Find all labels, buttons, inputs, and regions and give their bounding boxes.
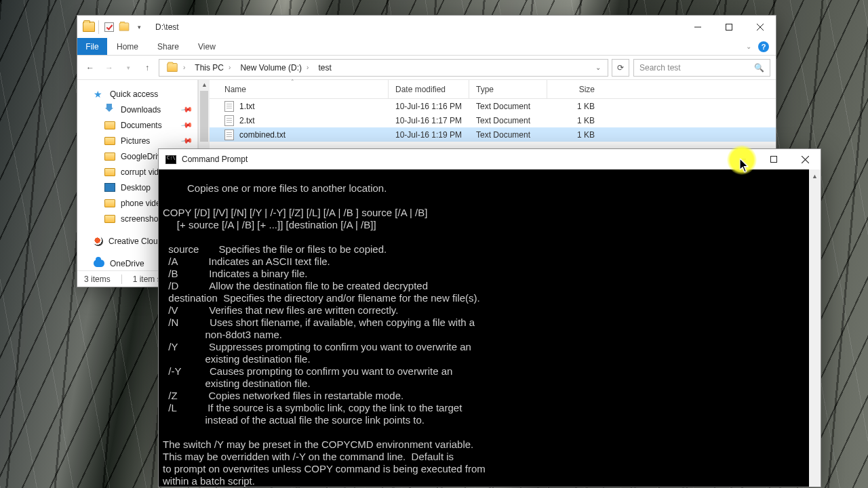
nav-label: Pictures <box>121 136 150 146</box>
cmd-titlebar[interactable]: Command Prompt <box>159 149 821 169</box>
folder-icon <box>104 152 115 161</box>
explorer-titlebar[interactable]: D:\test <box>77 16 776 38</box>
close-button[interactable] <box>745 16 776 38</box>
folder-icon <box>104 121 115 129</box>
minimize-button[interactable] <box>682 16 713 38</box>
file-name: combined.txt <box>239 130 285 140</box>
file-row[interactable]: 2.txt10-Jul-16 1:17 PMText Document1 KB <box>210 113 776 127</box>
help-icon[interactable]: ? <box>758 41 769 52</box>
folder-icon <box>104 215 115 223</box>
pin-icon: 📌 <box>180 134 193 147</box>
file-row[interactable]: combined.txt10-Jul-16 1:19 PMText Docume… <box>210 127 776 142</box>
creative-cloud-icon <box>94 237 103 246</box>
star-icon <box>94 89 104 98</box>
nav-forward-button[interactable]: → <box>102 60 117 75</box>
nav-label: OneDrive <box>110 259 144 268</box>
ribbon-tab-share[interactable]: Share <box>148 38 189 55</box>
text-file-icon <box>224 129 234 140</box>
nav-label: Quick access <box>110 89 158 99</box>
onedrive-icon <box>94 260 104 267</box>
file-date: 10-Jul-16 1:17 PM <box>389 116 469 125</box>
ribbon-expand-icon[interactable]: ⌄ <box>746 43 751 50</box>
svg-rect-1 <box>726 24 732 30</box>
sidebar-item[interactable]: Downloads📌 <box>77 102 197 117</box>
separator <box>98 20 99 34</box>
search-icon: 🔍 <box>754 63 764 73</box>
ribbon-tab-view[interactable]: View <box>189 38 225 55</box>
breadcrumb-folder[interactable]: test <box>314 60 335 76</box>
ribbon-file-tab[interactable]: File <box>77 38 107 55</box>
ribbon-tab-home[interactable]: Home <box>107 38 148 55</box>
refresh-button[interactable]: ⟳ <box>612 59 629 77</box>
qat-customize-button[interactable] <box>132 20 146 34</box>
file-size: 1 KB <box>547 102 601 111</box>
text-file-icon <box>224 101 234 112</box>
folder-icon <box>104 168 115 176</box>
file-size: 1 KB <box>547 130 601 140</box>
address-history-icon[interactable]: ⌄ <box>591 64 605 71</box>
file-type: Text Document <box>469 130 547 140</box>
file-row[interactable]: 1.txt10-Jul-16 1:16 PMText Document1 KB <box>210 99 776 113</box>
file-date: 10-Jul-16 1:16 PM <box>389 102 469 111</box>
svg-rect-5 <box>771 157 777 163</box>
file-size: 1 KB <box>547 116 601 125</box>
sort-ascending-icon: ˄ <box>291 79 294 85</box>
text-file-icon <box>224 115 234 126</box>
breadcrumb-volume[interactable]: New Volume (D:)› <box>236 60 314 76</box>
cmd-output: Copies one or more files to another loca… <box>163 182 486 487</box>
column-type[interactable]: Type <box>469 80 547 98</box>
cmd-title: Command Prompt <box>182 155 248 164</box>
folder-icon <box>104 137 115 145</box>
maximize-button[interactable] <box>713 16 745 38</box>
file-type: Text Document <box>469 116 547 125</box>
nav-label: Documents <box>121 121 162 130</box>
address-bar[interactable]: › This PC› New Volume (D:)› test ⌄ <box>159 59 608 77</box>
address-row: ← → ▾ ↑ › This PC› New Volume (D:)› test… <box>77 56 776 79</box>
column-name[interactable]: Name˄ <box>210 80 389 98</box>
column-headers[interactable]: Name˄ Date modified Type Size <box>210 80 776 99</box>
column-size[interactable]: Size <box>547 80 601 98</box>
file-type: Text Document <box>469 102 547 111</box>
cmd-minimize-button[interactable] <box>727 149 758 169</box>
cmd-close-button[interactable] <box>789 149 821 169</box>
file-name: 1.txt <box>239 102 255 111</box>
sidebar-item[interactable]: Pictures📌 <box>77 133 197 148</box>
nav-label: Creative Cloud <box>108 237 162 246</box>
folder-icon <box>104 199 115 207</box>
sidebar-item[interactable]: Documents📌 <box>77 117 197 133</box>
folder-icon <box>167 63 177 72</box>
command-prompt-window: Command Prompt Copies one or more files … <box>158 148 821 487</box>
qat-new-folder-button[interactable] <box>117 20 131 34</box>
nav-quick-access[interactable]: Quick access <box>77 86 197 102</box>
pin-icon: 📌 <box>180 103 193 116</box>
qat-properties-button[interactable] <box>102 20 116 34</box>
file-name: 2.txt <box>239 116 255 125</box>
search-input[interactable]: Search test 🔍 <box>633 59 770 77</box>
pin-icon: 📌 <box>180 119 193 131</box>
cmd-maximize-button[interactable] <box>758 149 789 169</box>
file-date: 10-Jul-16 1:19 PM <box>389 130 469 140</box>
desktop-icon <box>104 183 115 192</box>
nav-label: Downloads <box>121 105 161 115</box>
nav-label: Desktop <box>121 183 151 192</box>
cmd-scrollbar[interactable]: ▲ <box>809 169 821 487</box>
window-title: D:\test <box>155 22 179 32</box>
dl-icon <box>104 105 115 114</box>
search-placeholder: Search test <box>639 63 681 73</box>
folder-icon <box>83 22 95 32</box>
nav-up-button[interactable]: ↑ <box>140 60 155 75</box>
nav-back-button[interactable]: ← <box>83 60 98 75</box>
status-item-count: 3 items <box>84 274 111 284</box>
column-date[interactable]: Date modified <box>389 80 469 98</box>
breadcrumb-this-pc[interactable]: This PC› <box>191 60 236 76</box>
ribbon: File Home Share View ⌄ ? <box>77 38 776 56</box>
nav-recent-button[interactable]: ▾ <box>121 60 136 75</box>
cmd-terminal[interactable]: Copies one or more files to another loca… <box>159 169 821 487</box>
cmd-icon <box>165 155 176 164</box>
